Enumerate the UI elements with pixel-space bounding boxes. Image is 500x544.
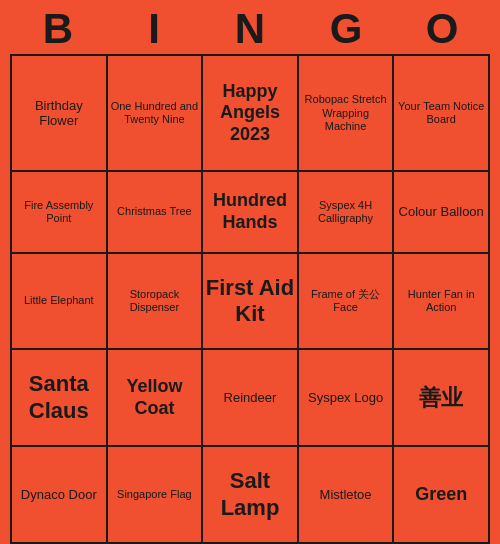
bingo-cell-r3-c1: Yellow Coat xyxy=(107,349,203,446)
bingo-cell-r1-c1: Christmas Tree xyxy=(107,171,203,253)
bingo-cell-r3-c4: 善业 xyxy=(393,349,489,446)
bingo-cell-r4-c2: Salt Lamp xyxy=(202,446,298,543)
table-row: Birthday FlowerOne Hundred and Twenty Ni… xyxy=(11,55,489,171)
bingo-cell-r4-c0: Dynaco Door xyxy=(11,446,107,543)
bingo-cell-r0-c2: Happy Angels 2023 xyxy=(202,55,298,171)
bingo-letter-n: N xyxy=(202,6,298,52)
bingo-cell-r4-c3: Mistletoe xyxy=(298,446,394,543)
bingo-cell-r4-c1: Singapore Flag xyxy=(107,446,203,543)
bingo-cell-r1-c0: Fire Assembly Point xyxy=(11,171,107,253)
table-row: Dynaco DoorSingapore FlagSalt LampMistle… xyxy=(11,446,489,543)
bingo-cell-r0-c4: Your Team Notice Board xyxy=(393,55,489,171)
table-row: Fire Assembly PointChristmas TreeHundred… xyxy=(11,171,489,253)
bingo-cell-r3-c0: Santa Claus xyxy=(11,349,107,446)
bingo-cell-r0-c3: Robopac Stretch Wrapping Machine xyxy=(298,55,394,171)
table-row: Little ElephantStoropack DispenserFirst … xyxy=(11,253,489,350)
table-row: Santa ClausYellow CoatReindeerSyspex Log… xyxy=(11,349,489,446)
bingo-letter-o: O xyxy=(394,6,490,52)
bingo-cell-r2-c4: Hunter Fan in Action xyxy=(393,253,489,350)
bingo-cell-r2-c0: Little Elephant xyxy=(11,253,107,350)
bingo-cell-r3-c3: Syspex Logo xyxy=(298,349,394,446)
bingo-cell-r0-c1: One Hundred and Twenty Nine xyxy=(107,55,203,171)
bingo-header: BINGO xyxy=(0,0,500,54)
bingo-cell-r2-c3: Frame of 关公 Face xyxy=(298,253,394,350)
bingo-cell-r1-c2: Hundred Hands xyxy=(202,171,298,253)
bingo-cell-r2-c1: Storopack Dispenser xyxy=(107,253,203,350)
bingo-cell-r1-c3: Syspex 4H Calligraphy xyxy=(298,171,394,253)
bingo-cell-r3-c2: Reindeer xyxy=(202,349,298,446)
bingo-letter-g: G xyxy=(298,6,394,52)
bingo-grid: Birthday FlowerOne Hundred and Twenty Ni… xyxy=(10,54,490,544)
bingo-cell-r2-c2: First Aid Kit xyxy=(202,253,298,350)
bingo-letter-b: B xyxy=(10,6,106,52)
bingo-letter-i: I xyxy=(106,6,202,52)
bingo-cell-r1-c4: Colour Balloon xyxy=(393,171,489,253)
bingo-cell-r0-c0: Birthday Flower xyxy=(11,55,107,171)
bingo-cell-r4-c4: Green xyxy=(393,446,489,543)
